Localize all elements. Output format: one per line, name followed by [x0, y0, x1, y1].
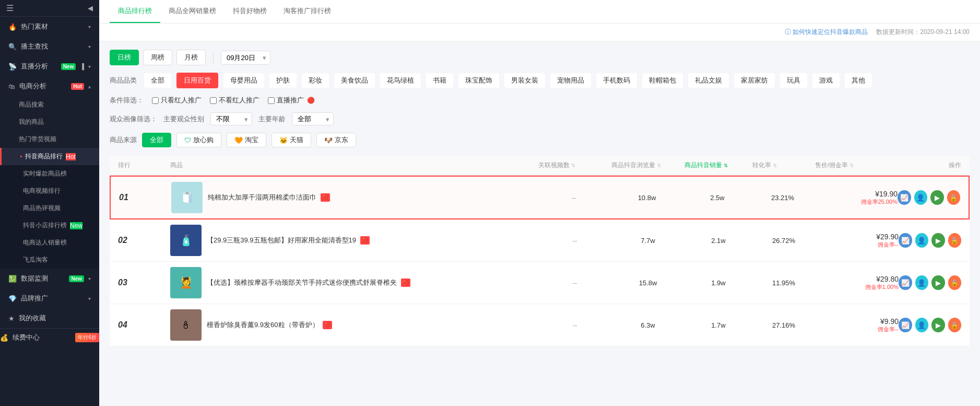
cat-btn-gifts[interactable]: 礼品文娱	[688, 73, 729, 88]
btn-month[interactable]: 月榜	[176, 50, 206, 65]
douyin-sales-01: 2.5w	[683, 194, 751, 202]
th-douyin-sales[interactable]: 商品抖音销量 ⇅	[684, 161, 752, 170]
sidebar-item-data-monitor[interactable]: 💹 数据监测 New ▾	[0, 269, 99, 288]
act-lock-03[interactable]: 🔒	[948, 275, 962, 290]
cat-btn-luggage[interactable]: 鞋帽箱包	[642, 73, 683, 88]
act-chart-01[interactable]: 📈	[898, 190, 911, 205]
src-btn-fangxin[interactable]: 🛡 放心购	[176, 133, 221, 147]
src-btn-tmall[interactable]: 🐱 天猫	[271, 133, 311, 147]
cat-btn-flowers[interactable]: 花鸟绿植	[380, 73, 421, 88]
tab-all-network[interactable]: 商品全网销量榜	[160, 0, 225, 23]
cat-btn-pets[interactable]: 宠物用品	[550, 73, 591, 88]
tab-douyin-hot[interactable]: 抖音好物榜	[225, 0, 275, 23]
condition-row: 条件筛选： 只看红人推广 不看红人推广 直播推广 🔴	[110, 96, 970, 105]
sidebar-item-hot-material[interactable]: 🔥 热门素材 ▾	[0, 17, 99, 37]
sidebar-subsub-review-video[interactable]: 商品热评视频	[0, 200, 99, 217]
tab-product-rank[interactable]: 商品排行榜	[110, 0, 160, 23]
sidebar-item-streamer-search[interactable]: 🔍 播主查找 ▾	[0, 37, 99, 56]
age-select[interactable]: 全部	[292, 112, 334, 125]
act-lock-02[interactable]: 🔒	[948, 233, 962, 248]
monitor-icon: 💹	[8, 275, 17, 283]
th-conversion[interactable]: 转化率 ⇅	[752, 161, 815, 170]
sidebar-item-favorites[interactable]: ★ 我的收藏	[0, 308, 99, 328]
sidebar-sub-hot-video[interactable]: 热门带货视频	[0, 131, 99, 148]
product-tag-01: 🔴	[321, 193, 330, 202]
cat-btn-toys[interactable]: 玩具	[780, 73, 807, 88]
cat-btn-skincare[interactable]: 护肤	[269, 73, 297, 88]
cat-btn-home[interactable]: 家居家纺	[734, 73, 775, 88]
sidebar-subsub-ecom-video[interactable]: 电商视频排行	[0, 182, 99, 200]
brand-icon: 💎	[8, 295, 17, 303]
sidebar-item-brand-promo[interactable]: 💎 品牌推广 ▾	[0, 288, 99, 308]
menu-icon[interactable]: ☰	[6, 3, 14, 13]
cat-btn-games[interactable]: 游戏	[812, 73, 840, 88]
src-btn-taobao[interactable]: 🧡 淘宝	[227, 133, 266, 147]
gender-select[interactable]: 不限	[210, 112, 252, 125]
rank-03: 03	[118, 278, 170, 287]
checkbox-kol-only[interactable]: 只看红人推广	[152, 96, 202, 105]
cat-btn-daily[interactable]: 日用百货	[176, 73, 218, 88]
act-user-01[interactable]: 👤	[914, 190, 928, 205]
sidebar-item-live-analysis[interactable]: 📡 直播分析 New ▐ ▾	[0, 56, 99, 76]
act-user-03[interactable]: 👤	[915, 275, 929, 290]
douyin-views-01: 10.8w	[610, 194, 683, 202]
sidebar-sub-product-search[interactable]: 商品搜索	[0, 96, 99, 113]
sidebar-item-ecom-analysis[interactable]: 🛍 电商分析 Hot ▴	[0, 76, 99, 96]
checkbox-no-kol[interactable]: 不看红人推广	[210, 96, 259, 105]
btn-day[interactable]: 日榜	[110, 50, 139, 65]
conversion-03: 11.95%	[752, 279, 815, 287]
sidebar-sub-douyin-rank[interactable]: 抖音商品排行 Hot	[0, 148, 99, 165]
th-related-views[interactable]: 关联视频数 ⇅	[538, 161, 611, 170]
cat-btn-baby[interactable]: 母婴用品	[223, 73, 264, 88]
btn-week[interactable]: 周榜	[143, 50, 172, 65]
collapse-icon[interactable]: ◀	[88, 4, 93, 12]
product-img-04: 🕯	[170, 309, 202, 341]
checkbox-no-kol-input[interactable]	[210, 97, 217, 104]
act-lock-01[interactable]: 🔒	[947, 190, 961, 205]
date-select[interactable]: 09月20日	[221, 51, 270, 65]
sidebar-subsub-shop-rank[interactable]: 抖音小店排行榜 New	[0, 217, 99, 234]
act-lock-04[interactable]: 🔒	[948, 318, 962, 332]
checkbox-kol-only-input[interactable]	[152, 97, 159, 104]
th-douyin-views[interactable]: 商品抖音浏览量 ⇅	[611, 161, 684, 170]
product-tag-03: 🔴	[401, 279, 410, 287]
cat-btn-food[interactable]: 美食饮品	[334, 73, 375, 88]
th-price[interactable]: 售价/佣金率 ⇅	[815, 161, 899, 170]
checkbox-live-promo-input[interactable]	[268, 97, 275, 104]
sidebar-sub-label-hot-video: 热门带货视频	[19, 135, 56, 143]
bar-icon-live: ▐	[80, 63, 84, 69]
act-chart-04[interactable]: 📈	[899, 318, 912, 332]
cat-btn-all[interactable]: 全部	[144, 73, 171, 88]
act-video-04[interactable]: ▶	[931, 318, 945, 332]
act-chart-02[interactable]: 📈	[899, 233, 912, 248]
act-user-02[interactable]: 👤	[915, 233, 929, 248]
cat-btn-fashion[interactable]: 男装女装	[504, 73, 545, 88]
checkbox-live-promo[interactable]: 直播推广 🔴	[268, 96, 315, 105]
action-cell-04: 📈 👤 ▶ 🔒	[899, 318, 961, 332]
sidebar-subsub-realtime-hot[interactable]: 实时爆款商品榜	[0, 165, 99, 182]
info-link[interactable]: ⓘ 如何快速定位抖音爆款商品	[785, 28, 868, 37]
sidebar-sub-my-product[interactable]: 我的商品	[0, 113, 99, 131]
act-video-02[interactable]: ▶	[931, 233, 945, 248]
cat-btn-digital[interactable]: 手机数码	[596, 73, 637, 88]
src-btn-all[interactable]: 全部	[142, 133, 171, 147]
cat-btn-books[interactable]: 书籍	[426, 73, 453, 88]
tab-taobao-promo[interactable]: 淘客推广排行榜	[275, 0, 339, 23]
sidebar-subsub-talent-rank[interactable]: 电商达人销量榜	[0, 234, 99, 251]
act-video-03[interactable]: ▶	[931, 275, 945, 290]
arrow-icon-hot-material: ▾	[88, 24, 91, 30]
cat-btn-jewelry[interactable]: 珠宝配饰	[458, 73, 499, 88]
src-btn-jd[interactable]: 🐶 京东	[316, 133, 356, 147]
sidebar-subsub-feiyu[interactable]: 飞瓜淘客	[0, 251, 99, 269]
cat-btn-makeup[interactable]: 彩妆	[302, 73, 329, 88]
act-user-04[interactable]: 👤	[915, 318, 929, 332]
cat-btn-others[interactable]: 其他	[845, 73, 872, 88]
product-name-04: 檀香炉除臭香薰9.9发60粒（带香炉） 🔴	[207, 320, 538, 330]
sidebar-item-member[interactable]: 💰 续费中心 年付6折	[0, 328, 99, 346]
action-cell-01: 📈 👤 ▶ 🔒	[898, 190, 960, 205]
related-views-01: --	[537, 194, 610, 202]
act-chart-03[interactable]: 📈	[899, 275, 912, 290]
tabs-bar: 商品排行榜 商品全网销量榜 抖音好物榜 淘客推广排行榜	[99, 0, 980, 24]
sidebar-subsub-label-feiyu: 飞瓜淘客	[23, 256, 48, 263]
act-video-01[interactable]: ▶	[930, 190, 944, 205]
